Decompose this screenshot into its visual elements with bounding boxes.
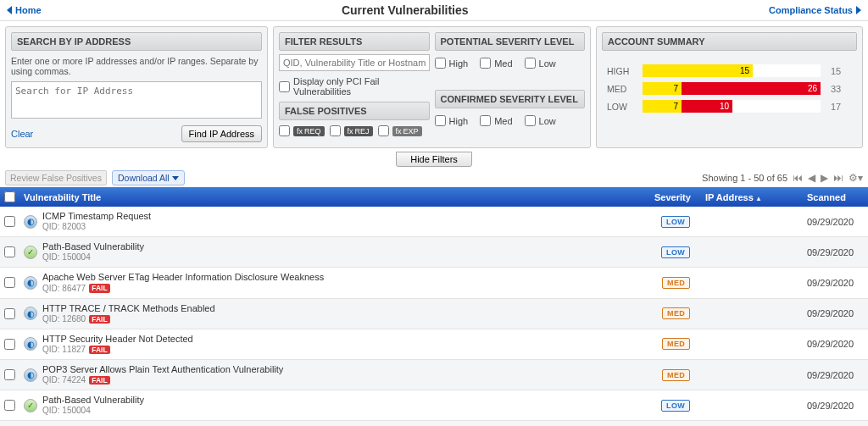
download-all-button[interactable]: Download All [112, 170, 185, 185]
chevron-down-icon [172, 176, 179, 180]
severity-badge: MED [662, 338, 690, 350]
ip-cell [700, 309, 802, 318]
acct-total: 33 [831, 84, 841, 94]
col-severity[interactable]: Severity [649, 188, 700, 207]
row-check[interactable] [4, 277, 15, 288]
acct-row-med: MED72633 [607, 82, 852, 95]
confirmed-heading: CONFIRMED SEVERITY LEVEL [435, 90, 586, 108]
gear-icon[interactable]: ⚙▾ [849, 172, 863, 184]
potential-med[interactable]: Med [480, 58, 512, 69]
fail-badge: FAIL [89, 284, 109, 292]
fail-badge: FAIL [89, 346, 109, 354]
globe-icon: ◐ [24, 215, 37, 229]
compliance-link[interactable]: Compliance Status [769, 5, 861, 15]
filter-panel: FILTER RESULTS Display only PCI Fail Vul… [273, 26, 591, 148]
vuln-qid: QID: 12680FAIL [42, 314, 215, 324]
vuln-title: ICMP Timestamp Request [42, 211, 151, 222]
row-check[interactable] [4, 339, 15, 350]
col-scanned[interactable]: Scanned [802, 188, 868, 207]
scanned-cell: 09/29/2020 [802, 213, 868, 231]
pci-only-check[interactable]: Display only PCI Fail Vulnerabilities [279, 76, 430, 97]
col-title[interactable]: Vulnerability Title [19, 188, 649, 207]
bar-red: 10 [682, 100, 732, 113]
select-all-check[interactable] [4, 191, 15, 202]
potential-high[interactable]: High [435, 58, 469, 69]
severity-badge: LOW [661, 400, 690, 412]
vuln-title: Apache Web Server ETag Header Informatio… [42, 272, 324, 283]
severity-badge: MED [662, 307, 690, 319]
confirmed-low[interactable]: Low [525, 115, 556, 126]
table-row[interactable]: ◐HTTP Security Header Not DetectedQID: 1… [0, 329, 868, 360]
shield-icon: ✓ [24, 399, 37, 412]
row-check[interactable] [4, 400, 15, 411]
search-heading: SEARCH BY IP ADDRESS [11, 32, 262, 51]
acct-bar: 15 [643, 64, 821, 77]
potential-heading: POTENTIAL SEVERITY LEVEL [435, 32, 586, 51]
vuln-qid: QID: 150004 [42, 406, 144, 416]
false-positives-heading: FALSE POSITIVES [279, 102, 430, 120]
pager-first-icon[interactable]: ⏮ [793, 172, 803, 184]
ip-cell [700, 279, 802, 287]
severity-badge: MED [662, 277, 690, 289]
acct-row-low: LOW71017 [607, 100, 852, 113]
confirmed-med[interactable]: Med [480, 115, 512, 126]
hide-filters-button[interactable]: Hide Filters [396, 152, 472, 167]
col-ip[interactable]: IP Address [700, 188, 802, 207]
row-check[interactable] [4, 246, 15, 257]
search-panel: SEARCH BY IP ADDRESS Enter one or more I… [5, 26, 268, 148]
home-link[interactable]: Home [7, 5, 42, 15]
globe-icon: ◐ [24, 276, 37, 290]
pager-next-icon[interactable]: ▶ [821, 172, 828, 184]
ip-cell [700, 340, 802, 348]
ip-search-input[interactable] [11, 81, 262, 119]
acct-label: LOW [607, 102, 636, 112]
shield-icon: ✓ [24, 246, 37, 259]
vuln-qid: QID: 11827FAIL [42, 345, 193, 355]
fp-exp-check[interactable]: fxEXP [378, 125, 422, 136]
row-check[interactable] [4, 216, 15, 227]
bar-yellow: 15 [643, 64, 753, 77]
account-panel: ACCOUNT SUMMARY HIGH1515MED72633LOW71017 [596, 26, 863, 148]
acct-label: HIGH [607, 66, 636, 76]
ip-cell [700, 401, 802, 410]
table-row[interactable]: ◐HTTP TRACE / TRACK Methods EnabledQID: … [0, 421, 868, 426]
vuln-title: Path-Based Vulnerability [42, 241, 144, 252]
row-check[interactable] [4, 308, 15, 319]
table-row[interactable]: ◐ICMP Timestamp RequestQID: 82003LOW09/2… [0, 207, 868, 237]
triangle-right-icon [856, 6, 861, 14]
fp-rej-check[interactable]: fxREJ [330, 125, 373, 136]
clear-link[interactable]: Clear [11, 129, 33, 139]
row-check[interactable] [4, 369, 15, 380]
fp-req-check[interactable]: fxREQ [279, 125, 325, 136]
scanned-cell: 09/29/2020 [802, 335, 868, 353]
scanned-cell: 09/29/2020 [802, 366, 868, 385]
confirmed-high[interactable]: High [435, 115, 469, 126]
vuln-qid: QID: 74224FAIL [42, 375, 283, 385]
vuln-qid: QID: 82003 [42, 222, 151, 232]
find-ip-button[interactable]: Find IP Address [181, 125, 262, 142]
table-row[interactable]: ◐POP3 Server Allows Plain Text Authentic… [0, 360, 868, 390]
fail-badge: FAIL [89, 315, 109, 324]
acct-total: 17 [831, 102, 841, 112]
search-hint: Enter one or more IP addresses and/or IP… [11, 56, 262, 76]
potential-low[interactable]: Low [525, 58, 556, 69]
ip-cell [700, 218, 802, 226]
scanned-cell: 09/29/2020 [802, 304, 868, 323]
qid-input[interactable] [279, 54, 430, 71]
vuln-title: POP3 Server Allows Plain Text Authentica… [42, 364, 283, 375]
globe-icon: ◐ [24, 307, 37, 320]
severity-badge: LOW [661, 246, 690, 258]
pager-last-icon[interactable]: ⏭ [833, 172, 843, 184]
scanned-cell: 09/29/2020 [802, 243, 868, 262]
acct-bar: 726 [643, 82, 821, 95]
table-row[interactable]: ◐HTTP TRACE / TRACK Methods EnabledQID: … [0, 299, 868, 329]
table-row[interactable]: ◐Apache Web Server ETag Header Informati… [0, 268, 868, 298]
scanned-cell: 09/29/2020 [802, 274, 868, 292]
table-row[interactable]: ✓Path-Based VulnerabilityQID: 150004LOW0… [0, 237, 868, 268]
pager-prev-icon[interactable]: ◀ [808, 172, 815, 184]
table-row[interactable]: ✓Path-Based VulnerabilityQID: 150004LOW0… [0, 390, 868, 421]
vuln-qid: QID: 86477FAIL [42, 284, 324, 294]
showing-text: Showing 1 - 50 of 65 [702, 173, 787, 183]
bar-red: 26 [682, 82, 821, 95]
vuln-title: HTTP Security Header Not Detected [42, 334, 193, 345]
